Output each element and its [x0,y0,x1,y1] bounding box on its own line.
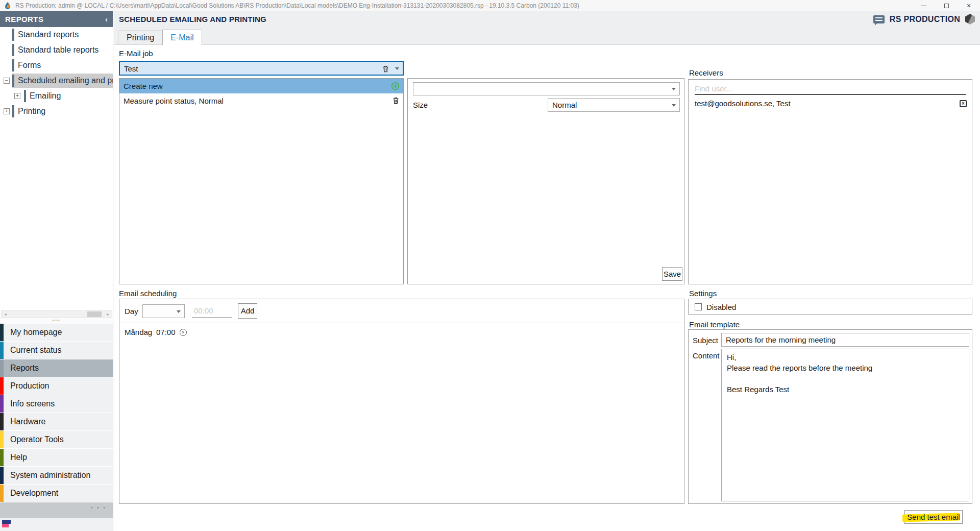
sidebar-footer [0,518,113,531]
flag-pink [2,524,9,527]
chevron-down-icon[interactable] [672,88,676,90]
email-template-label: Email template [689,320,740,329]
tab-email[interactable]: E-Mail [162,30,202,45]
add-schedule-button[interactable]: Add [238,303,257,319]
sidebar-title: REPORTS [5,15,43,23]
content-area: E-Mail job Test Create new Measure point… [114,45,980,531]
day-label: Day [125,307,138,316]
expand-expander-icon[interactable]: + [4,108,10,114]
scroll-left-icon[interactable]: ◄ [2,311,9,318]
tree-guide-bar [12,59,14,71]
menu-stripe [0,377,4,395]
email-job-list: Create new Measure point status, Normal [119,78,404,284]
remove-schedule-icon[interactable]: × [180,329,187,336]
restore-icon [944,4,949,8]
job-editor-panel: Size Normal Save [407,78,684,284]
receiver-entry: test@goodsolutions.se, Test × [695,99,967,109]
remove-receiver-icon[interactable]: × [960,100,967,107]
content-textarea[interactable]: Hi, Please read the reports before the m… [721,349,969,501]
sidebar-header: REPORTS ‹ [0,11,113,27]
page-title: SCHEDULED EMAILING AND PRINTING [119,15,266,23]
tab-printing[interactable]: Printing [118,30,162,44]
size-value: Normal [552,101,577,109]
settings-panel: Disabled [688,299,972,315]
tree-horizontal-scrollbar[interactable]: ◄ ► [1,310,112,318]
menu-item-system-administration[interactable]: System administration [0,467,113,484]
content-label: Content [693,351,720,360]
delete-job-trash-icon[interactable] [382,65,389,73]
tree-item-standard-table-reports[interactable]: Standard table reports [0,42,113,58]
menu-stripe [0,431,4,448]
disabled-label: Disabled [706,303,736,311]
chevron-down-icon[interactable] [177,310,181,313]
menu-overflow-bar[interactable]: ● ● ● [0,502,113,518]
menu-item-operator-tools[interactable]: Operator Tools [0,431,113,448]
tab-strip: Printing E-Mail [114,27,980,45]
email-job-value: Test [124,64,138,73]
scrollbar-thumb[interactable] [87,311,102,317]
tree-guide-bar [12,75,14,87]
flag-blue [2,520,11,524]
email-job-combobox[interactable]: Test [119,61,404,76]
tree-guide-bar [12,44,14,56]
menu-stripe [0,467,4,484]
minimize-button[interactable] [913,0,935,11]
menu-item-current-status[interactable]: Current status [0,342,113,359]
menu-item-development[interactable]: Development [0,485,113,502]
flag-icon [2,520,11,527]
sidebar-splitter[interactable]: ▪▪▪▪ [0,318,113,324]
send-test-email-button[interactable]: Send test email [904,510,963,524]
add-job-plus-icon[interactable] [391,82,400,90]
find-user-input[interactable]: Find user... [695,83,966,95]
delete-job-trash-icon[interactable] [392,96,400,105]
app-icon [4,2,11,9]
minimize-icon [921,6,926,6]
collapse-expander-icon[interactable]: − [4,78,10,84]
schedule-time: 07:00 [156,328,176,336]
menu-item-info-screens[interactable]: Info screens [0,395,113,413]
scroll-right-icon[interactable]: ► [104,311,112,318]
menu-stripe [0,342,4,359]
main-menu: My homepage Current status Reports Produ… [0,324,113,502]
save-button[interactable]: Save [662,267,682,281]
receivers-panel: Find user... test@goodsolutions.se, Test… [688,79,972,284]
menu-item-production[interactable]: Production [0,377,113,395]
size-combobox[interactable]: Normal [548,98,680,112]
menu-item-my-homepage[interactable]: My homepage [0,324,113,341]
brand-name: RS PRODUCTION [890,15,960,24]
day-combobox[interactable] [142,304,185,318]
tree-item-standard-reports[interactable]: Standard reports [0,27,113,42]
tree-item-emailing[interactable]: + Emailing [0,88,113,104]
chat-icon[interactable] [873,15,885,23]
receivers-label: Receivers [689,68,723,77]
sidebar: REPORTS ‹ Standard reports Standard tabl… [0,11,113,531]
expand-expander-icon[interactable]: + [14,93,20,99]
job-list-item-measure-point[interactable]: Measure point status, Normal [119,93,403,108]
report-combobox[interactable] [413,82,680,95]
time-input[interactable]: 00:00 [192,304,232,318]
page-header: SCHEDULED EMAILING AND PRINTING RS PRODU… [114,11,980,27]
subject-label: Subject [693,336,718,345]
menu-item-help[interactable]: Help [0,449,113,466]
menu-stripe [0,449,4,466]
chevron-down-icon[interactable] [672,104,676,107]
menu-item-hardware[interactable]: Hardware [0,413,113,430]
window-title: RS Production: admin @ LOCAL / C:\Users\… [15,2,579,9]
menu-stripe [0,395,4,413]
menu-item-reports[interactable]: Reports [0,359,113,377]
chevron-down-icon[interactable] [395,67,399,70]
sidebar-collapse-icon[interactable]: ‹ [105,15,108,23]
hexagon-logo-icon [965,14,975,25]
restore-button[interactable] [935,0,958,11]
close-button[interactable]: × [958,0,980,11]
tree-item-scheduled-emailing[interactable]: − Scheduled emailing and printing [0,73,113,88]
subject-input[interactable]: Reports for the morning meeting [721,333,969,347]
email-scheduling-panel: Day 00:00 Add Måndag 07:00 × [119,299,684,504]
tree-item-forms[interactable]: Forms [0,58,113,73]
job-list-item-create-new[interactable]: Create new [119,79,403,93]
menu-stripe [0,485,4,502]
title-bar: RS Production: admin @ LOCAL / C:\Users\… [0,0,980,11]
disabled-checkbox[interactable] [695,303,702,310]
tree-item-printing[interactable]: + Printing [0,104,113,119]
divider [119,323,684,323]
